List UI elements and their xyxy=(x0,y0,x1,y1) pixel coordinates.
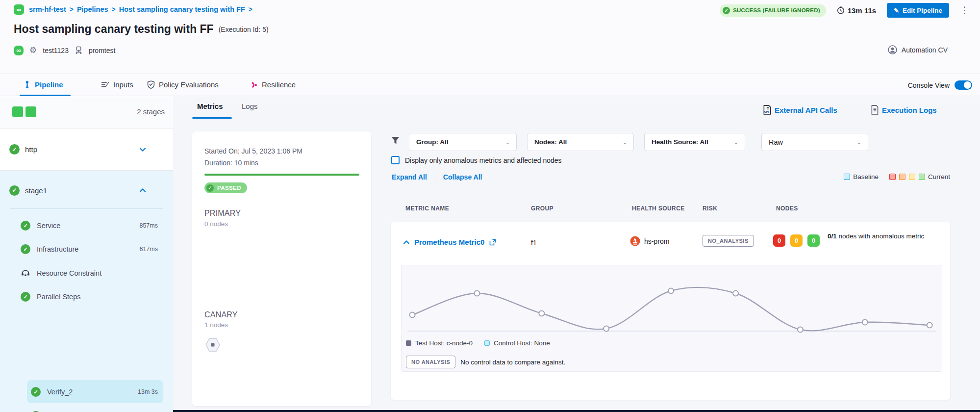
kebab-menu-icon[interactable]: ⋮ xyxy=(960,8,969,13)
red-node-chip: 0 xyxy=(773,234,785,247)
clock-icon xyxy=(837,6,845,14)
collapse-all-link[interactable]: Collapse All xyxy=(443,173,482,181)
sidebar-stage-stage1[interactable]: ✓ stage1 xyxy=(0,178,173,203)
harness-logo-icon: ∞ xyxy=(14,4,24,15)
status-badge: ✓ SUCCESS (FAILURE IGNORED) xyxy=(720,4,826,17)
stage-success-square xyxy=(25,106,36,117)
chart-data-point[interactable] xyxy=(733,291,738,296)
check-icon: ✓ xyxy=(206,184,214,192)
node-risk-chips: 0 0 0 xyxy=(773,234,820,247)
anomalous-checkbox-label: Display only anomalous metrics and affec… xyxy=(405,156,562,164)
anomalous-filter-row: Display only anomalous metrics and affec… xyxy=(391,156,562,164)
test-host-label: Test Host: c-node-0 xyxy=(415,339,473,347)
document-icon xyxy=(871,105,879,115)
nodes-filter-dropdown[interactable]: Nodes: All⌄ xyxy=(527,133,634,151)
edit-pipeline-button[interactable]: ✎ Edit Pipeline xyxy=(887,3,949,18)
service-status-icon: ∞ xyxy=(14,46,24,55)
sidebar-step-infrastructure[interactable]: ✓ Infrastructure 617ms xyxy=(0,239,173,259)
canary-group-label: CANARY xyxy=(204,310,238,319)
success-check-icon: ✓ xyxy=(9,144,20,154)
sidebar-step-service[interactable]: ✓ Service 857ms xyxy=(0,216,173,235)
breadcrumb-project-link[interactable]: srm-hf-test xyxy=(29,5,66,13)
progress-bar xyxy=(204,174,359,176)
breadcrumb-pipelines-link[interactable]: Pipelines xyxy=(77,5,108,13)
success-check-icon: ✓ xyxy=(21,221,30,231)
stages-summary-header: 2 stages xyxy=(0,96,173,129)
raw-mode-dropdown[interactable]: Raw⌄ xyxy=(761,133,868,151)
anomalous-only-checkbox[interactable] xyxy=(391,156,400,164)
green-node-chip: 0 xyxy=(807,234,820,247)
col-header-health-source: HEALTH SOURCE xyxy=(632,205,685,212)
chart-data-point[interactable] xyxy=(410,312,415,318)
chevron-up-icon[interactable] xyxy=(140,187,146,193)
stage-status-squares xyxy=(12,106,36,117)
tab-policy-evaluations[interactable]: Policy Evaluations xyxy=(147,80,219,89)
no-analysis-badge: NO ANALYSIS xyxy=(406,356,455,368)
tab-metrics[interactable]: Metrics xyxy=(197,102,223,110)
chart-data-point[interactable] xyxy=(798,327,803,333)
chevron-up-icon[interactable] xyxy=(403,239,409,245)
tab-logs[interactable]: Logs xyxy=(242,102,258,110)
success-check-icon: ✓ xyxy=(31,387,41,397)
canary-node-count: 1 nodes xyxy=(204,321,228,329)
tab-resilience[interactable]: Resilience xyxy=(250,80,296,89)
sidebar-step-parallel-steps[interactable]: ✓ Parallel Steps xyxy=(0,287,173,307)
sidebar-step-resource-constraint[interactable]: Resource Constraint xyxy=(0,263,173,283)
col-header-risk: RISK xyxy=(703,205,717,212)
canary-node-hexagon[interactable] xyxy=(204,336,221,353)
chart-data-point[interactable] xyxy=(927,323,932,328)
analysis-status-row: NO ANALYSIS No control data to compare a… xyxy=(406,356,565,368)
health-source-filter-dropdown[interactable]: Health Source: All⌄ xyxy=(644,133,745,151)
meta-row: ∞ ⚙ test1123 promtest xyxy=(14,45,115,55)
external-link-icon[interactable] xyxy=(489,239,496,246)
pencil-icon: ✎ xyxy=(894,7,899,14)
chart-color-legend: Baseline Current xyxy=(844,173,950,180)
user-name: Automation CV xyxy=(902,46,948,54)
chart-data-point[interactable] xyxy=(603,326,609,332)
success-check-icon: ✓ xyxy=(9,185,20,196)
header-actions: ✓ SUCCESS (FAILURE IGNORED) 13m 11s ✎ Ed… xyxy=(720,3,969,18)
stage-success-square xyxy=(12,106,23,117)
inputs-icon xyxy=(101,81,109,88)
infrastructure-icon xyxy=(75,46,83,54)
chart-data-point[interactable] xyxy=(539,311,544,316)
baseline-legend-label: Baseline xyxy=(853,173,879,180)
breadcrumb-separator: > xyxy=(112,5,116,13)
metrics-tab-underline xyxy=(192,117,232,119)
console-view-control: Console View xyxy=(908,80,972,90)
execution-logs-link[interactable]: Execution Logs xyxy=(871,105,937,115)
yellow-node-chip: 0 xyxy=(790,234,803,247)
console-view-toggle[interactable] xyxy=(955,80,972,90)
avatar-icon xyxy=(888,45,897,54)
expand-all-link[interactable]: Expand All xyxy=(392,173,427,181)
environment-name[interactable]: promtest xyxy=(89,47,115,54)
sidebar-stage-http[interactable]: ✓ http xyxy=(0,129,173,171)
chart-data-point[interactable] xyxy=(474,291,479,296)
chart-data-point[interactable] xyxy=(862,320,868,325)
sidebar-step-verify-1[interactable]: ✓ Verify_1 9m xyxy=(0,406,173,412)
no-analysis-message: No control data to compare against. xyxy=(460,359,565,366)
tab-pipeline[interactable]: Pipeline xyxy=(24,80,63,89)
divider xyxy=(10,208,163,209)
breadcrumb: ∞ srm-hf-test > Pipelines > Host samplin… xyxy=(14,4,256,15)
passed-badge: ✓ PASSED xyxy=(204,182,247,193)
user-info: Automation CV xyxy=(888,45,948,54)
control-host-label: Control Host: None xyxy=(494,339,550,347)
tab-inputs[interactable]: Inputs xyxy=(101,80,133,89)
external-api-calls-link[interactable]: API External API Calls xyxy=(763,105,837,115)
stage-count: 2 stages xyxy=(137,107,165,116)
title-row: Host sampling canary testing with FF (Ex… xyxy=(14,23,269,36)
metric-name-cell[interactable]: Prometheus Metric0 xyxy=(403,238,496,246)
breadcrumb-pipeline-link[interactable]: Host sampling canary testing with FF xyxy=(119,5,245,13)
service-name[interactable]: test1123 xyxy=(43,47,69,54)
group-filter-dropdown[interactable]: Group: All⌄ xyxy=(409,133,517,151)
chevron-down-icon: ⌄ xyxy=(505,138,510,146)
col-header-metric-name: METRIC NAME xyxy=(405,205,449,212)
breadcrumb-separator: > xyxy=(70,5,74,13)
metric-chart-panel: Test Host: c-node-0 Control Host: None N… xyxy=(401,265,942,372)
chevron-down-icon: ⌄ xyxy=(733,138,739,146)
chevron-down-icon[interactable] xyxy=(140,147,146,153)
sidebar-step-verify-2[interactable]: ✓ Verify_2 13m 3s xyxy=(0,382,173,402)
host-legend: Test Host: c-node-0 Control Host: None xyxy=(406,339,550,347)
chart-data-point[interactable] xyxy=(668,288,674,294)
